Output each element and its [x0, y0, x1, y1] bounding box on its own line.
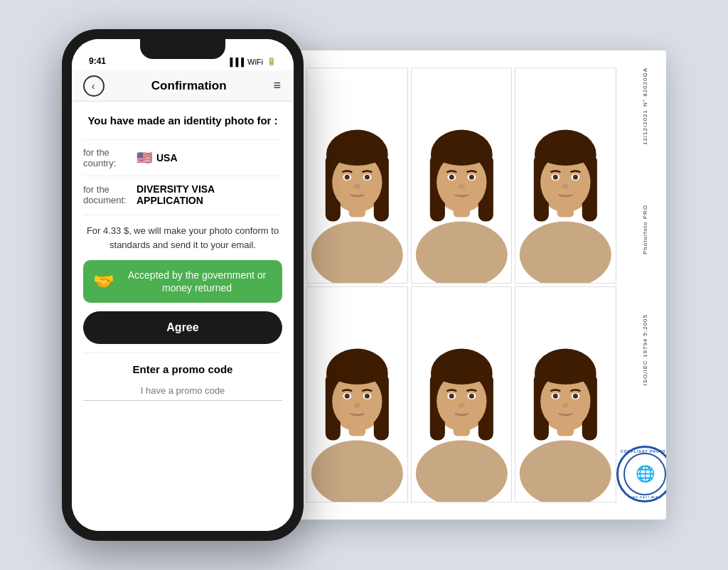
- svg-point-55: [327, 355, 387, 385]
- svg-point-69: [432, 355, 491, 385]
- photo-cell-5: [411, 286, 513, 502]
- svg-point-53: [365, 394, 370, 399]
- phone-device: 9:41 ▐▐▐ WiFi 🔋 ‹ Confirmation ≡ You hav…: [62, 29, 304, 541]
- phone-content: You have made an identity photo for : fo…: [72, 102, 294, 531]
- svg-point-66: [449, 394, 454, 399]
- stamp-globe-icon: 🌐: [636, 465, 655, 483]
- stamp-inner: 🌐: [623, 453, 666, 495]
- portrait-5: [412, 287, 512, 502]
- phone-notch: [140, 39, 225, 59]
- svg-point-80: [553, 394, 558, 399]
- country-row: for the country: 🇺🇸 USA: [83, 139, 282, 168]
- svg-point-10: [345, 175, 350, 180]
- menu-icon[interactable]: ≡: [273, 78, 282, 93]
- guarantee-icon: 🤝: [93, 271, 114, 291]
- brand-text: Photo/foto PRO: [642, 205, 648, 254]
- wifi-icon: WiFi: [247, 58, 263, 66]
- promo-section: Enter a promo code: [83, 353, 282, 401]
- document-label: for the document:: [83, 184, 136, 205]
- svg-point-12: [354, 184, 360, 189]
- document-row: for the document: DIVERSITY VISA APPLICA…: [83, 176, 282, 206]
- status-icons: ▐▐▐ WiFi 🔋: [228, 57, 277, 66]
- content-header: You have made an identity photo for :: [83, 113, 282, 128]
- sheet-number: N° 82020GA 12/12/2021: [642, 68, 648, 145]
- guarantee-text: Accepted by the government or money retu…: [122, 269, 272, 294]
- scene: 9:41 ▐▐▐ WiFi 🔋 ‹ Confirmation ≡ You hav…: [0, 0, 728, 570]
- svg-point-24: [449, 175, 454, 180]
- battery-icon: 🔋: [267, 57, 277, 66]
- side-strip: N° 82020GA 12/12/2021 Photo/foto PRO ISO…: [623, 50, 666, 520]
- svg-point-26: [458, 184, 464, 189]
- guarantee-banner: 🤝 Accepted by the government or money re…: [83, 260, 282, 303]
- photo-cell-6: [515, 286, 616, 502]
- country-flag: 🇺🇸: [136, 150, 152, 166]
- photo-sheet: N° 82020GA 12/12/2021 Photo/foto PRO ISO…: [289, 50, 666, 520]
- photo-cell-3: [515, 68, 616, 284]
- svg-point-67: [469, 394, 474, 399]
- portrait-3: [515, 68, 616, 283]
- country-label: for the country:: [83, 147, 136, 168]
- svg-point-52: [345, 394, 350, 399]
- svg-point-41: [535, 136, 595, 166]
- signal-icon: ▐▐▐: [228, 58, 244, 66]
- sheet-number-text: N° 82020GA: [642, 68, 648, 107]
- svg-point-39: [573, 175, 578, 180]
- compliant-stamp: COMPLIANT PHOTOS 🌐 ICAO OACI MIAO: [616, 446, 666, 502]
- portrait-2: [412, 68, 512, 283]
- phone-screen: 9:41 ▐▐▐ WiFi 🔋 ‹ Confirmation ≡ You hav…: [72, 39, 294, 531]
- svg-point-11: [365, 175, 370, 180]
- standard-text: ISO/IEC 19794 5:2005: [642, 314, 648, 386]
- status-time: 9:41: [89, 56, 106, 66]
- svg-point-82: [562, 403, 569, 408]
- portrait-4: [307, 287, 407, 502]
- svg-point-54: [354, 403, 360, 408]
- svg-point-13: [327, 136, 387, 166]
- country-value: 🇺🇸 USA: [136, 150, 178, 166]
- nav-bar: ‹ Confirmation ≡: [72, 70, 294, 102]
- back-button[interactable]: ‹: [83, 75, 105, 97]
- document-value: DIVERSITY VISA APPLICATION: [136, 183, 282, 206]
- svg-point-83: [535, 355, 595, 385]
- svg-point-40: [562, 184, 569, 189]
- portrait-6: [515, 287, 616, 502]
- svg-point-68: [458, 403, 464, 408]
- svg-point-81: [573, 394, 578, 399]
- portrait-1: [307, 68, 407, 283]
- back-arrow-icon: ‹: [92, 80, 95, 92]
- promo-title: Enter a promo code: [83, 363, 282, 375]
- svg-point-38: [553, 175, 558, 180]
- photo-cell-4: [306, 286, 408, 502]
- sheet-date: 12/12/2021: [642, 109, 648, 145]
- nav-title: Confirmation: [151, 79, 227, 93]
- agree-button[interactable]: Agree: [83, 311, 282, 344]
- photo-grid: [289, 50, 623, 520]
- svg-point-27: [432, 136, 491, 166]
- svg-point-25: [469, 175, 474, 180]
- country-name: USA: [156, 152, 178, 163]
- promo-input[interactable]: [83, 381, 282, 401]
- stamp-top-text: COMPLIANT PHOTOS: [621, 449, 666, 453]
- photo-cell-1: [306, 68, 408, 284]
- pricing-text: For 4.33 $, we will make your photo conf…: [83, 215, 282, 252]
- stamp-bottom-text: ICAO OACI MIAO: [628, 495, 662, 499]
- photo-cell-2: [411, 68, 513, 284]
